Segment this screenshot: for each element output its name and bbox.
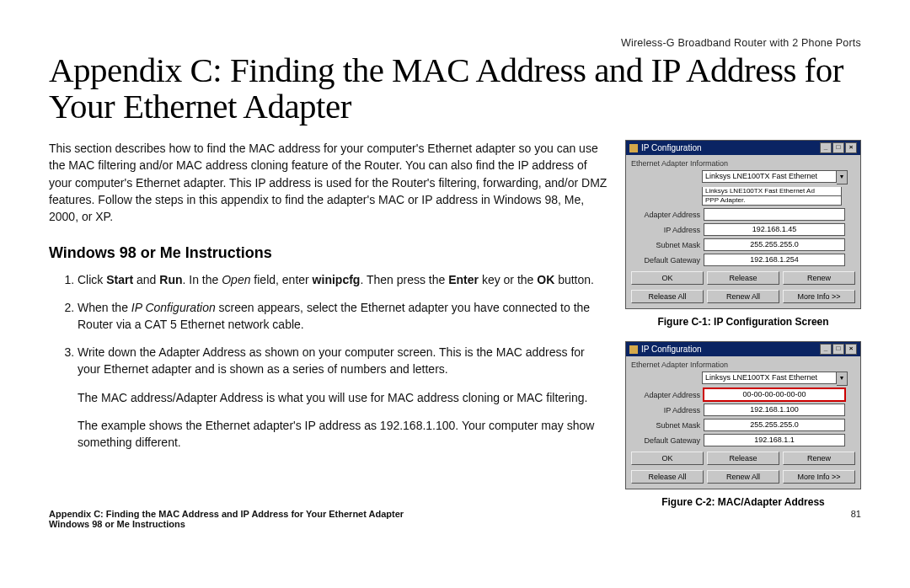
renew-all-button[interactable]: Renew All [707,470,779,484]
ok-button[interactable]: OK [631,271,704,285]
header-product-label: Wireless-G Broadband Router with 2 Phone… [621,37,861,49]
close-icon[interactable]: × [845,344,857,355]
page-footer: 81 Appendix C: Finding the MAC Address a… [49,509,861,529]
page-title: Appendix C: Finding the MAC Address and … [49,52,861,125]
adapter-select-dropdown[interactable]: Linksys LNE100TX Fast Ethernet Ad [702,187,842,196]
list-item: When the IP Configuration screen appears… [78,300,610,333]
ok-button[interactable]: OK [631,452,704,465]
renew-button[interactable]: Renew [783,271,855,285]
list-item: Click Start and Run. In the Open field, … [78,272,610,289]
window-title-text: IP Configuration [641,143,702,152]
instruction-list: Click Start and Run. In the Open field, … [49,272,610,452]
intro-paragraph: This section describes how to find the M… [49,140,610,225]
adapter-select-option[interactable]: PPP Adapter. [702,196,842,206]
adapter-address-value [704,208,845,221]
maximize-icon[interactable]: □ [832,142,844,153]
figure-caption: Figure C-2: MAC/Adapter Address [625,496,861,508]
app-icon [629,345,638,354]
release-button[interactable]: Release [707,271,779,285]
gateway-value: 192.168.1.254 [704,254,845,266]
renew-button[interactable]: Renew [783,452,855,465]
adapter-select[interactable]: Linksys LNE100TX Fast Ethernet [702,170,837,183]
close-icon[interactable]: × [845,142,857,153]
fieldset-label: Ethernet Adapter Information [631,361,855,369]
release-all-button[interactable]: Release All [631,290,704,303]
ip-config-window-2: IP Configuration _ □ × Ethernet Adapter … [625,341,861,489]
release-button[interactable]: Release [707,452,779,465]
renew-all-button[interactable]: Renew All [707,290,779,303]
page-number: 81 [851,509,861,519]
adapter-select[interactable]: Linksys LNE100TX Fast Ethernet [702,372,837,384]
chevron-down-icon[interactable]: ▼ [837,372,848,386]
window-title-text: IP Configuration [641,345,702,354]
more-info-button[interactable]: More Info >> [783,290,855,303]
adapter-address-value: 00-00-00-00-00-00 [704,388,845,401]
release-all-button[interactable]: Release All [631,470,704,484]
more-info-button[interactable]: More Info >> [783,470,855,484]
ip-config-window-1: IP Configuration _ □ × Ethernet Adapter … [625,140,861,309]
gateway-value: 192.168.1.1 [704,434,845,446]
fieldset-label: Ethernet Adapter Information [631,159,855,168]
subnet-mask-value: 255.255.255.0 [704,238,845,251]
window-titlebar: IP Configuration _ □ × [626,342,860,356]
chevron-down-icon[interactable]: ▼ [837,170,848,184]
ip-address-value: 192.168.1.45 [704,223,845,236]
section-heading: Windows 98 or Me Instructions [49,244,610,262]
subnet-mask-value: 255.255.255.0 [704,419,845,431]
ip-address-value: 192.168.1.100 [704,404,845,416]
minimize-icon[interactable]: _ [820,344,832,355]
minimize-icon[interactable]: _ [820,142,832,153]
figure-caption: Figure C-1: IP Configuration Screen [625,316,861,328]
window-titlebar: IP Configuration _ □ × [626,141,860,155]
maximize-icon[interactable]: □ [832,344,844,355]
list-item: Write down the Adapter Address as shown … [78,345,610,451]
app-icon [629,144,638,152]
